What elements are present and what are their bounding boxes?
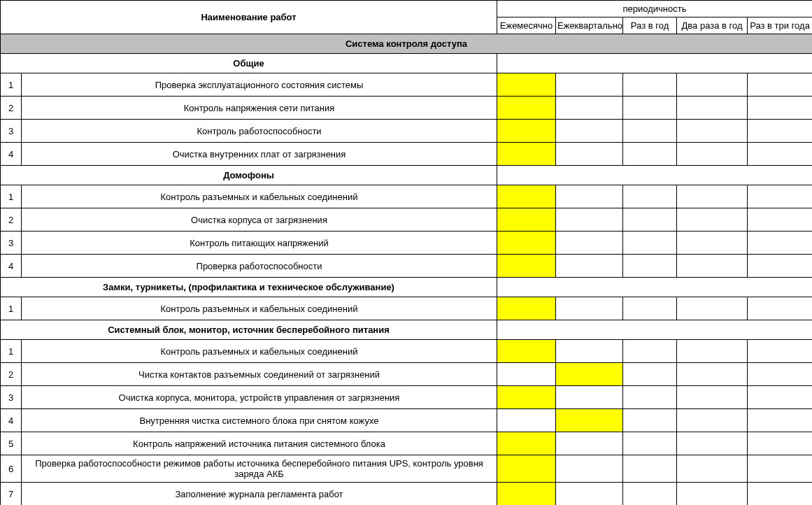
freq-cell <box>748 340 812 363</box>
freq-cell <box>623 409 677 432</box>
col-header-yearly: Раз в год <box>623 17 677 34</box>
table-row: 3Контроль питающих напряжений <box>1 232 813 255</box>
freq-cell <box>748 297 812 320</box>
row-text: Контроль разъемных и кабельных соединени… <box>22 185 497 208</box>
table-row: 2Чистка контактов разъемных соединений о… <box>1 363 813 386</box>
freq-cell <box>497 97 556 120</box>
freq-cell <box>748 185 812 208</box>
row-text: Очистка корпуса от загрязнения <box>22 208 497 232</box>
row-number: 4 <box>1 255 22 278</box>
freq-cell <box>556 255 623 278</box>
table-row: 2Контроль напряжения сети питания <box>1 97 813 120</box>
section-title: Система контроля доступа <box>1 34 813 54</box>
row-number: 1 <box>1 185 22 208</box>
freq-cell <box>556 120 623 143</box>
freq-cell <box>677 409 748 432</box>
freq-cell <box>677 297 748 320</box>
freq-cell <box>556 97 623 120</box>
row-text: Очистка внутренних плат от загрязнения <box>22 143 497 166</box>
group-period-blank <box>497 320 812 340</box>
table-row: 3Контроль работоспособности <box>1 120 813 143</box>
row-text: Очистка корпуса, монитора, устройств упр… <box>22 386 497 409</box>
table-row: 7Заполнение журнала регламента работ <box>1 483 813 506</box>
freq-cell <box>748 432 812 455</box>
freq-cell <box>677 340 748 363</box>
freq-cell <box>497 363 556 386</box>
row-number: 6 <box>1 455 22 483</box>
freq-cell <box>556 208 623 232</box>
row-number: 1 <box>1 340 22 363</box>
freq-cell <box>677 432 748 455</box>
freq-cell <box>497 208 556 232</box>
freq-cell <box>677 455 748 483</box>
freq-cell <box>497 255 556 278</box>
group-title: Замки, турникеты, (профилактика и технич… <box>1 278 497 297</box>
freq-cell <box>748 483 812 506</box>
col-header-three-years: Раз в три года <box>748 17 812 34</box>
freq-cell <box>556 297 623 320</box>
row-text: Контроль питающих напряжений <box>22 232 497 255</box>
freq-cell <box>677 97 748 120</box>
freq-cell <box>748 97 812 120</box>
freq-cell <box>677 143 748 166</box>
row-number: 3 <box>1 386 22 409</box>
freq-cell <box>623 340 677 363</box>
row-text: Проверка эксплуатационного состояния сис… <box>22 73 497 97</box>
freq-cell <box>623 363 677 386</box>
col-header-name: Наименование работ <box>1 1 497 34</box>
group-title: Общие <box>1 54 497 73</box>
freq-cell <box>556 409 623 432</box>
freq-cell <box>623 297 677 320</box>
col-header-twice-year: Два раза в год <box>677 17 748 34</box>
row-text: Контроль разъемных и кабельных соединени… <box>22 297 497 320</box>
freq-cell <box>623 483 677 506</box>
freq-cell <box>497 232 556 255</box>
freq-cell <box>623 143 677 166</box>
row-text: Контроль работоспособности <box>22 120 497 143</box>
freq-cell <box>497 120 556 143</box>
freq-cell <box>623 97 677 120</box>
regulations-table: Наименование работ периодичность Ежемеся… <box>0 0 812 505</box>
freq-cell <box>677 386 748 409</box>
row-number: 4 <box>1 409 22 432</box>
freq-cell <box>748 455 812 483</box>
freq-cell <box>677 73 748 97</box>
group-period-blank <box>497 166 812 185</box>
row-number: 2 <box>1 208 22 232</box>
freq-cell <box>677 255 748 278</box>
col-header-monthly: Ежемесячно <box>497 17 556 34</box>
freq-cell <box>677 185 748 208</box>
freq-cell <box>623 455 677 483</box>
row-number: 7 <box>1 483 22 506</box>
freq-cell <box>497 409 556 432</box>
row-number: 2 <box>1 363 22 386</box>
row-text: Контроль разъемных и кабельных соединени… <box>22 340 497 363</box>
freq-cell <box>556 185 623 208</box>
table-row: 1Контроль разъемных и кабельных соединен… <box>1 185 813 208</box>
table-row: 6Проверка работоспособности режимов рабо… <box>1 455 813 483</box>
freq-cell <box>556 432 623 455</box>
group-title: Домофоны <box>1 166 497 185</box>
row-text: Внутренняя чистка системного блока при с… <box>22 409 497 432</box>
freq-cell <box>677 232 748 255</box>
table-row: 4Очистка внутренних плат от загрязнения <box>1 143 813 166</box>
freq-cell <box>748 120 812 143</box>
group-period-blank <box>497 278 812 297</box>
freq-cell <box>556 73 623 97</box>
freq-cell <box>497 185 556 208</box>
table-row: 1Контроль разъемных и кабельных соединен… <box>1 340 813 363</box>
freq-cell <box>623 208 677 232</box>
freq-cell <box>623 73 677 97</box>
row-text: Чистка контактов разъемных соединений от… <box>22 363 497 386</box>
freq-cell <box>497 73 556 97</box>
freq-cell <box>623 232 677 255</box>
freq-cell <box>677 483 748 506</box>
freq-cell <box>556 363 623 386</box>
freq-cell <box>497 483 556 506</box>
row-number: 1 <box>1 73 22 97</box>
table-row: 4Внутренняя чистка системного блока при … <box>1 409 813 432</box>
freq-cell <box>677 208 748 232</box>
group-period-blank <box>497 54 812 73</box>
freq-cell <box>677 363 748 386</box>
table-row: 3Очистка корпуса, монитора, устройств уп… <box>1 386 813 409</box>
